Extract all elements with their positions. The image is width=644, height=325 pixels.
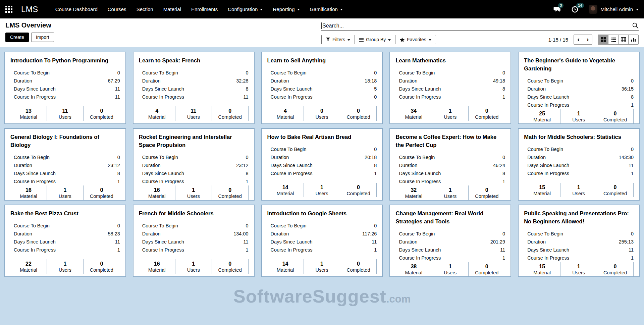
course-title[interactable]: Public Speaking and Presentations Pro: N… [524,209,634,225]
create-button[interactable]: Create [5,33,29,42]
course-stats: Course To Begin 0 Duration 134:00 Days S… [139,222,249,254]
completed-count: 0 [597,110,633,117]
kanban-view-button[interactable] [598,35,608,44]
course-title[interactable]: Introduction to Google Sheets [267,209,377,217]
course-card[interactable]: Public Speaking and Presentations Pro: N… [518,205,640,277]
stat-value: 1 [246,177,249,185]
user-menu[interactable]: Mitchell Admin [589,5,639,14]
course-card[interactable]: Learn Mathematics Course To Begin 0 Dura… [389,52,511,124]
course-title[interactable]: Learn Mathematics [395,56,505,64]
completed-count-cell: 0 Completed [469,185,505,200]
course-title[interactable]: Rocket Engineering and Interstellar Spac… [139,133,249,149]
nav-menu-item[interactable]: Configuration [223,0,268,18]
completed-count-cell: 0 Completed [340,106,377,121]
completed-label: Completed [340,114,376,120]
course-card[interactable]: Math for Middle Schoolers: Statistics Co… [518,128,640,201]
apps-grid-icon[interactable] [5,6,12,13]
material-count: 38 [395,263,432,270]
course-card[interactable]: Rocket Engineering and Interstellar Spac… [133,128,255,201]
users-label: Users [560,191,597,197]
stat-value: 11 [629,246,634,254]
course-title[interactable]: Change Management: Real World Strategies… [395,209,505,225]
chevron-left-icon[interactable]: ‹ [574,35,583,44]
material-count: 22 [10,261,47,267]
nav-menu-item-label: Material [163,6,181,12]
course-card[interactable]: Change Management: Real World Strategies… [389,205,511,277]
users-count-cell: 1 Users [560,262,597,276]
app-brand[interactable]: LMS [21,5,38,14]
pager: ‹ › [574,35,592,45]
course-title[interactable]: Learn to Speak: French [139,56,249,64]
stat-value: 20:18 [365,153,377,161]
users-count: 0 [304,108,340,114]
material-count: 16 [139,261,175,267]
stat-value: 0 [374,69,377,77]
users-count: 1 [47,261,83,267]
search-icon[interactable] [632,22,639,29]
course-title[interactable]: The Beginner's Guide to Vegetable Garden… [524,56,634,72]
completed-label: Completed [212,193,248,199]
course-title[interactable]: Math for Middle Schoolers: Statistics [524,133,634,141]
course-card[interactable]: Learn to Speak: French Course To Begin 0… [133,52,255,124]
completed-count-cell: 0 Completed [597,183,634,197]
course-card[interactable]: The Beginner's Guide to Vegetable Garden… [518,52,640,124]
chevron-down-icon [340,9,343,10]
course-card[interactable]: Introduction to Google Sheets Course To … [261,205,383,277]
material-count-cell: 22 Material [10,259,47,274]
stat-row: Course In Progress 1 [524,101,634,109]
stat-label: Course In Progress [395,93,441,101]
messages-button[interactable]: 3 [553,6,561,13]
completed-count: 0 [340,184,376,191]
course-title[interactable]: Become a Coffee Expert: How to Make the … [395,133,505,149]
course-title[interactable]: How to Bake Real Artisan Bread [267,133,377,141]
stat-row: Course In Progress 1 [395,177,505,185]
course-title[interactable]: Learn to Sell Anything [267,56,377,64]
material-count-cell: 16 Material [139,185,175,200]
stat-value: 11 [115,238,120,246]
course-card[interactable]: Become a Coffee Expert: How to Make the … [389,128,511,201]
stat-value: 0 [631,145,634,153]
filters-button[interactable]: Filters [322,35,355,44]
search-input[interactable] [322,23,632,29]
pivot-view-button[interactable] [618,35,628,44]
nav-menu-item[interactable]: Material [158,0,186,18]
completed-count: 0 [212,187,248,193]
course-title[interactable]: Introduction To Python Programming [10,56,120,64]
stat-row: Days Since Launch 11 [10,238,120,246]
stat-label: Days Since Launch [395,169,441,177]
completed-label: Completed [469,114,505,120]
material-label: Material [139,193,175,199]
course-card[interactable]: How to Bake Real Artisan Bread Course To… [261,128,383,201]
graph-view-button[interactable] [628,35,638,44]
course-stats: Course To Begin 0 Duration 36:15 Days Si… [524,77,634,109]
stat-value: 8 [246,169,249,177]
stat-value: 8 [246,85,249,93]
stat-label: Course In Progress [10,177,56,185]
chevron-right-icon[interactable]: › [583,35,592,44]
favorites-button[interactable]: Favorites [395,35,436,44]
course-card[interactable]: Learn to Sell Anything Course To Begin 0… [261,52,383,124]
course-card[interactable]: Bake the Best Pizza Crust Course To Begi… [4,205,126,277]
course-card[interactable]: General Biology I: Foundations of Biolog… [4,128,126,201]
stat-row: Days Since Launch 8 [395,85,505,93]
course-title[interactable]: General Biology I: Foundations of Biolog… [10,133,120,149]
activities-button[interactable]: 14 [571,6,579,13]
nav-menu-item[interactable]: Enrollments [186,0,223,18]
nav-menu-item[interactable]: Reporting [268,0,305,18]
nav-menu-item[interactable]: Courses [103,0,131,18]
import-button[interactable]: Import [31,33,54,42]
nav-menu-item[interactable]: Section [131,0,158,18]
course-title[interactable]: Bake the Best Pizza Crust [10,209,120,217]
course-card[interactable]: French for Middle Schoolers Course To Be… [133,205,255,277]
stat-row: Duration 23:12 [139,161,249,169]
course-card[interactable]: Introduction To Python Programming Cours… [4,52,126,124]
list-view-button[interactable] [608,35,618,44]
nav-menu-item[interactable]: Course Dashboard [50,0,103,18]
group-by-button[interactable]: Group By [355,35,395,44]
completed-count: 0 [84,261,120,267]
filters-label: Filters [332,37,345,42]
course-title[interactable]: French for Middle Schoolers [139,209,249,217]
course-card-footer: 38 Material 1 Users 0 Completed [395,262,505,276]
completed-label: Completed [340,267,376,273]
nav-menu-item[interactable]: Gamification [305,0,348,18]
